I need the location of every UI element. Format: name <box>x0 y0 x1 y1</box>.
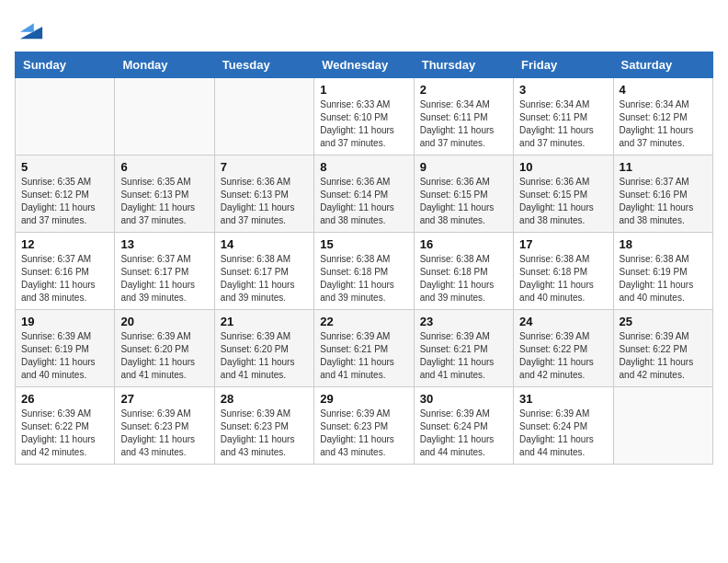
calendar-cell: 25Sunrise: 6:39 AMSunset: 6:22 PMDayligh… <box>613 310 712 387</box>
day-number: 6 <box>120 160 208 174</box>
day-number: 5 <box>21 160 108 174</box>
day-info: Sunrise: 6:39 AMSunset: 6:20 PMDaylight:… <box>120 330 208 382</box>
day-info: Sunrise: 6:36 AMSunset: 6:15 PMDaylight:… <box>519 176 607 227</box>
day-info: Sunrise: 6:39 AMSunset: 6:20 PMDaylight:… <box>221 330 308 382</box>
day-info: Sunrise: 6:39 AMSunset: 6:24 PMDaylight:… <box>420 408 507 459</box>
calendar-body: 1Sunrise: 6:33 AMSunset: 6:10 PMDaylight… <box>16 78 713 465</box>
day-info: Sunrise: 6:36 AMSunset: 6:14 PMDaylight:… <box>320 176 407 227</box>
day-info: Sunrise: 6:39 AMSunset: 6:23 PMDaylight:… <box>320 408 407 459</box>
calendar-cell <box>613 387 712 465</box>
day-number: 19 <box>21 315 108 328</box>
logo <box>15 15 44 40</box>
weekday-header-tuesday: Tuesday <box>214 52 313 78</box>
day-info: Sunrise: 6:38 AMSunset: 6:17 PMDaylight:… <box>221 253 308 304</box>
day-number: 1 <box>320 83 407 97</box>
calendar-cell: 23Sunrise: 6:39 AMSunset: 6:21 PMDayligh… <box>414 310 513 387</box>
calendar-cell: 11Sunrise: 6:37 AMSunset: 6:16 PMDayligh… <box>613 155 712 233</box>
day-info: Sunrise: 6:39 AMSunset: 6:19 PMDaylight:… <box>21 330 108 382</box>
day-number: 18 <box>620 237 707 251</box>
day-info: Sunrise: 6:36 AMSunset: 6:15 PMDaylight:… <box>420 176 507 227</box>
calendar-cell: 3Sunrise: 6:34 AMSunset: 6:11 PMDaylight… <box>514 78 613 155</box>
day-number: 29 <box>320 392 407 406</box>
calendar-cell: 24Sunrise: 6:39 AMSunset: 6:22 PMDayligh… <box>514 310 613 387</box>
day-info: Sunrise: 6:39 AMSunset: 6:23 PMDaylight:… <box>221 408 308 459</box>
calendar-cell: 1Sunrise: 6:33 AMSunset: 6:10 PMDaylight… <box>314 78 414 155</box>
calendar-cell: 7Sunrise: 6:36 AMSunset: 6:13 PMDaylight… <box>214 155 313 233</box>
day-info: Sunrise: 6:39 AMSunset: 6:22 PMDaylight:… <box>519 330 607 382</box>
calendar-week-row: 5Sunrise: 6:35 AMSunset: 6:12 PMDaylight… <box>16 155 713 233</box>
day-number: 17 <box>519 237 607 251</box>
day-number: 8 <box>320 160 407 174</box>
calendar-cell: 31Sunrise: 6:39 AMSunset: 6:24 PMDayligh… <box>514 387 613 465</box>
calendar-cell: 15Sunrise: 6:38 AMSunset: 6:18 PMDayligh… <box>314 233 414 310</box>
calendar-week-row: 1Sunrise: 6:33 AMSunset: 6:10 PMDaylight… <box>16 78 713 155</box>
calendar-cell: 30Sunrise: 6:39 AMSunset: 6:24 PMDayligh… <box>414 387 513 465</box>
calendar-cell: 28Sunrise: 6:39 AMSunset: 6:23 PMDayligh… <box>214 387 313 465</box>
day-info: Sunrise: 6:38 AMSunset: 6:18 PMDaylight:… <box>320 253 407 304</box>
day-number: 9 <box>420 160 507 174</box>
calendar-cell: 20Sunrise: 6:39 AMSunset: 6:20 PMDayligh… <box>115 310 214 387</box>
calendar-cell: 13Sunrise: 6:37 AMSunset: 6:17 PMDayligh… <box>115 233 214 310</box>
calendar-cell: 27Sunrise: 6:39 AMSunset: 6:23 PMDayligh… <box>115 387 214 465</box>
day-number: 16 <box>420 237 507 251</box>
day-info: Sunrise: 6:37 AMSunset: 6:16 PMDaylight:… <box>21 253 108 304</box>
day-number: 14 <box>221 237 308 251</box>
calendar-cell: 21Sunrise: 6:39 AMSunset: 6:20 PMDayligh… <box>214 310 313 387</box>
calendar-cell: 18Sunrise: 6:38 AMSunset: 6:19 PMDayligh… <box>613 233 712 310</box>
calendar-cell <box>115 78 214 155</box>
calendar-cell: 16Sunrise: 6:38 AMSunset: 6:18 PMDayligh… <box>414 233 513 310</box>
day-info: Sunrise: 6:34 AMSunset: 6:12 PMDaylight:… <box>620 98 707 150</box>
page-header <box>15 15 713 40</box>
calendar-cell: 12Sunrise: 6:37 AMSunset: 6:16 PMDayligh… <box>16 233 115 310</box>
calendar-cell: 9Sunrise: 6:36 AMSunset: 6:15 PMDaylight… <box>414 155 513 233</box>
day-info: Sunrise: 6:39 AMSunset: 6:21 PMDaylight:… <box>420 330 507 382</box>
day-info: Sunrise: 6:38 AMSunset: 6:18 PMDaylight:… <box>519 253 607 304</box>
day-number: 12 <box>21 237 108 251</box>
weekday-header-friday: Friday <box>514 52 613 78</box>
day-number: 28 <box>221 392 308 406</box>
day-number: 31 <box>519 392 607 406</box>
calendar-cell <box>16 78 115 155</box>
day-number: 27 <box>120 392 208 406</box>
day-info: Sunrise: 6:39 AMSunset: 6:21 PMDaylight:… <box>320 330 407 382</box>
weekday-header-saturday: Saturday <box>613 52 712 78</box>
day-number: 11 <box>620 160 707 174</box>
day-number: 25 <box>620 315 707 328</box>
day-info: Sunrise: 6:33 AMSunset: 6:10 PMDaylight:… <box>320 98 407 150</box>
day-number: 15 <box>320 237 407 251</box>
calendar-cell: 10Sunrise: 6:36 AMSunset: 6:15 PMDayligh… <box>514 155 613 233</box>
day-number: 3 <box>519 83 607 97</box>
day-number: 2 <box>420 83 507 97</box>
day-info: Sunrise: 6:38 AMSunset: 6:19 PMDaylight:… <box>620 253 707 304</box>
weekday-header-row: SundayMondayTuesdayWednesdayThursdayFrid… <box>16 52 713 78</box>
day-info: Sunrise: 6:39 AMSunset: 6:23 PMDaylight:… <box>120 408 208 459</box>
calendar-cell <box>214 78 313 155</box>
day-info: Sunrise: 6:37 AMSunset: 6:16 PMDaylight:… <box>620 176 707 227</box>
calendar-cell: 17Sunrise: 6:38 AMSunset: 6:18 PMDayligh… <box>514 233 613 310</box>
day-number: 13 <box>120 237 208 251</box>
calendar-cell: 19Sunrise: 6:39 AMSunset: 6:19 PMDayligh… <box>16 310 115 387</box>
day-info: Sunrise: 6:39 AMSunset: 6:22 PMDaylight:… <box>620 330 707 382</box>
calendar-header: SundayMondayTuesdayWednesdayThursdayFrid… <box>16 52 713 78</box>
weekday-header-sunday: Sunday <box>16 52 115 78</box>
day-number: 7 <box>221 160 308 174</box>
day-info: Sunrise: 6:37 AMSunset: 6:17 PMDaylight:… <box>120 253 208 304</box>
calendar-cell: 22Sunrise: 6:39 AMSunset: 6:21 PMDayligh… <box>314 310 414 387</box>
calendar-table: SundayMondayTuesdayWednesdayThursdayFrid… <box>15 52 713 465</box>
calendar-week-row: 26Sunrise: 6:39 AMSunset: 6:22 PMDayligh… <box>16 387 713 465</box>
calendar-cell: 5Sunrise: 6:35 AMSunset: 6:12 PMDaylight… <box>16 155 115 233</box>
day-info: Sunrise: 6:35 AMSunset: 6:12 PMDaylight:… <box>21 176 108 227</box>
day-number: 26 <box>21 392 108 406</box>
day-number: 21 <box>221 315 308 328</box>
day-info: Sunrise: 6:34 AMSunset: 6:11 PMDaylight:… <box>519 98 607 150</box>
day-number: 4 <box>620 83 707 97</box>
calendar-cell: 6Sunrise: 6:35 AMSunset: 6:13 PMDaylight… <box>115 155 214 233</box>
svg-marker-1 <box>20 23 34 31</box>
weekday-header-monday: Monday <box>115 52 214 78</box>
calendar-cell: 4Sunrise: 6:34 AMSunset: 6:12 PMDaylight… <box>613 78 712 155</box>
day-info: Sunrise: 6:39 AMSunset: 6:24 PMDaylight:… <box>519 408 607 459</box>
day-number: 30 <box>420 392 507 406</box>
calendar-cell: 8Sunrise: 6:36 AMSunset: 6:14 PMDaylight… <box>314 155 414 233</box>
calendar-cell: 29Sunrise: 6:39 AMSunset: 6:23 PMDayligh… <box>314 387 414 465</box>
calendar-week-row: 19Sunrise: 6:39 AMSunset: 6:19 PMDayligh… <box>16 310 713 387</box>
